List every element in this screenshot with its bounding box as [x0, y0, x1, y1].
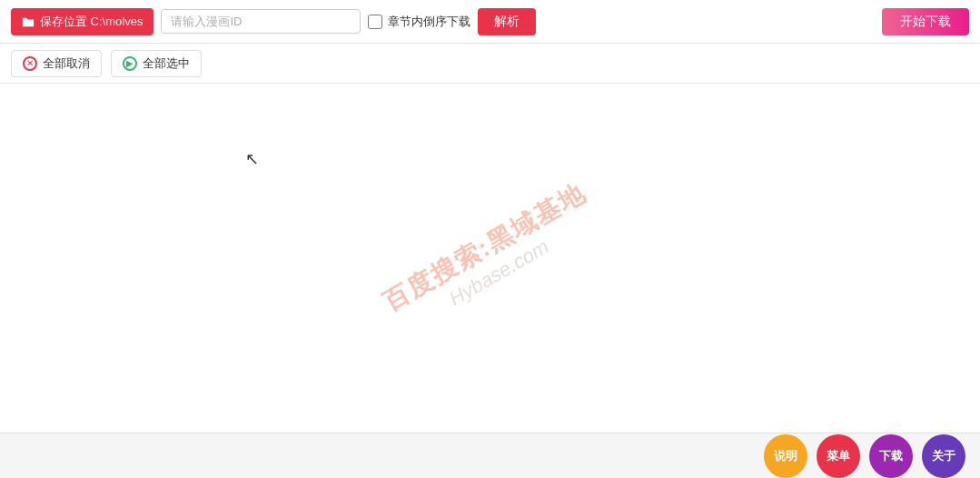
watermark-en-text: Hybase.com: [394, 205, 604, 340]
bottom-bar: 说明 菜单 下载 关于: [0, 433, 980, 478]
top-bar: 保存位置 C:\molves 章节内倒序下载 解析 开始下载: [0, 0, 980, 44]
save-location-label: 保存位置 C:\molves: [40, 14, 143, 30]
start-download-button[interactable]: 开始下载: [882, 8, 969, 35]
cursor-arrow: ↖: [245, 149, 259, 169]
save-location-button[interactable]: 保存位置 C:\molves: [11, 8, 153, 35]
main-content: ↖ 百度搜索:黑域基地 Hybase.com: [0, 84, 980, 433]
parse-button[interactable]: 解析: [478, 8, 536, 35]
about-button[interactable]: 关于: [922, 434, 965, 478]
cancel-icon: ✕: [23, 56, 37, 71]
cancel-all-button[interactable]: ✕ 全部取消: [11, 50, 102, 77]
play-icon: ▶: [123, 56, 137, 71]
manga-id-input[interactable]: [161, 9, 361, 34]
chapter-order-checkbox[interactable]: [368, 15, 382, 29]
action-bar: ✕ 全部取消 ▶ 全部选中: [0, 44, 980, 84]
chapter-order-text: 章节内倒序下载: [388, 14, 470, 30]
menu-button[interactable]: 菜单: [817, 434, 860, 478]
explain-button[interactable]: 说明: [764, 434, 807, 478]
download-button[interactable]: 下载: [869, 434, 913, 478]
watermark: 百度搜索:黑域基地 Hybase.com: [377, 175, 604, 340]
select-all-button[interactable]: ▶ 全部选中: [111, 50, 202, 77]
chapter-order-label[interactable]: 章节内倒序下载: [368, 14, 470, 30]
watermark-cn-text: 百度搜索:黑域基地: [377, 175, 592, 320]
folder-icon: [22, 15, 35, 28]
